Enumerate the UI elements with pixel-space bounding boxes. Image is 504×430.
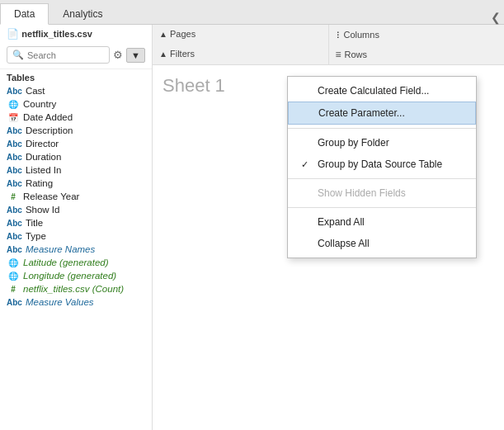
- middle-shelf: ▲ Filters ≡ Rows: [153, 45, 504, 65]
- rows-icon: ≡: [336, 49, 341, 60]
- filter-icon[interactable]: ⚙: [113, 49, 123, 61]
- menu-divider-3: [288, 207, 476, 208]
- field-item-measure-names[interactable]: Abc Measure Names: [0, 243, 152, 256]
- menu-item-create-parameter[interactable]: Create Parameter...: [288, 102, 476, 125]
- field-name: Longitude (generated): [23, 271, 116, 281]
- field-name: Cast: [26, 86, 45, 96]
- menu-divider-1: [288, 128, 476, 129]
- columns-icon: ⫶: [336, 29, 341, 40]
- search-icon: 🔍: [12, 50, 24, 60]
- menu-item-show-hidden: Show Hidden Fields: [288, 182, 476, 204]
- field-list: Abc Cast 🌐 Country 📅 Date Added Abc Desc…: [0, 84, 152, 430]
- field-item-release-year[interactable]: # Release Year: [0, 190, 152, 203]
- abc-icon: Abc: [7, 126, 22, 135]
- field-name: Director: [26, 139, 59, 149]
- abc-icon: Abc: [7, 245, 22, 254]
- filters-panel: ▲ Filters: [153, 45, 329, 64]
- calendar-icon: 📅: [7, 113, 20, 122]
- search-input[interactable]: [27, 50, 104, 60]
- field-item-show-id[interactable]: Abc Show Id: [0, 203, 152, 216]
- abc-icon: Abc: [7, 166, 22, 175]
- field-item-latitude[interactable]: 🌐 Latitude (generated): [0, 256, 152, 269]
- abc-icon: Abc: [7, 298, 22, 307]
- globe-icon: 🌐: [7, 258, 20, 267]
- menu-item-group-by-table[interactable]: ✓ Group by Data Source Table: [288, 154, 476, 175]
- menu-divider-2: [288, 178, 476, 179]
- tab-data[interactable]: Data: [0, 3, 49, 25]
- dropdown-toggle-button[interactable]: ▼: [126, 48, 145, 63]
- abc-icon: Abc: [7, 219, 22, 228]
- field-item-description[interactable]: Abc Description: [0, 124, 152, 137]
- menu-item-create-calculated[interactable]: Create Calculated Field...: [288, 80, 476, 102]
- chevron-up-icon: ▲: [159, 30, 167, 39]
- field-item-listed-in[interactable]: Abc Listed In: [0, 163, 152, 177]
- field-name: netflix_titles.csv (Count): [23, 284, 124, 294]
- abc-icon: Abc: [7, 179, 22, 188]
- field-name: Title: [26, 218, 43, 228]
- abc-icon: Abc: [7, 232, 22, 241]
- field-name: Type: [26, 231, 46, 241]
- field-name: Description: [26, 125, 73, 135]
- abc-icon: Abc: [7, 153, 22, 162]
- sidebar-search-area: 🔍 ⚙ ▼: [0, 41, 152, 69]
- field-name: Show Id: [26, 205, 60, 215]
- field-name: Duration: [26, 152, 61, 162]
- chevron-up-icon: ▲: [159, 50, 167, 59]
- menu-item-collapse-all[interactable]: Collapse All: [288, 233, 476, 254]
- field-name: Listed In: [26, 165, 61, 175]
- hash-icon: #: [7, 192, 20, 201]
- field-name: Country: [23, 99, 56, 109]
- field-name: Measure Names: [26, 244, 95, 254]
- field-item-count[interactable]: # netflix_titles.csv (Count): [0, 282, 152, 295]
- collapse-panel-button[interactable]: ❮: [491, 11, 504, 24]
- sheet-title: Sheet 1: [163, 75, 225, 96]
- hash-icon: #: [7, 285, 20, 294]
- top-shelf: ▲ Pages ⫶ Columns: [153, 25, 504, 45]
- field-name: Date Added: [23, 112, 73, 122]
- globe-icon: 🌐: [7, 272, 20, 281]
- tab-analytics[interactable]: Analytics: [49, 2, 116, 24]
- field-name: Release Year: [23, 191, 79, 201]
- data-sidebar: 📄 netflix_titles.csv 🔍 ⚙ ▼ Tables Abc Ca…: [0, 25, 153, 430]
- globe-icon: 🌐: [7, 100, 20, 109]
- field-item-director[interactable]: Abc Director: [0, 137, 152, 150]
- tab-bar: Data Analytics ❮: [0, 0, 504, 25]
- main-layout: 📄 netflix_titles.csv 🔍 ⚙ ▼ Tables Abc Ca…: [0, 25, 504, 430]
- menu-item-group-by-folder[interactable]: Group by Folder: [288, 132, 476, 154]
- columns-panel: ⫶ Columns: [329, 25, 505, 45]
- field-name: Measure Values: [26, 297, 94, 307]
- field-item-duration[interactable]: Abc Duration: [0, 150, 152, 163]
- workspace: ▲ Pages ⫶ Columns ▲ Filters ≡ Rows S: [153, 25, 504, 430]
- field-item-title[interactable]: Abc Title: [0, 216, 152, 229]
- search-container: 🔍: [7, 46, 110, 64]
- field-item-rating[interactable]: Abc Rating: [0, 177, 152, 190]
- pages-panel: ▲ Pages: [153, 25, 329, 45]
- abc-icon: Abc: [7, 206, 22, 215]
- field-item-country[interactable]: 🌐 Country: [0, 97, 152, 111]
- context-dropdown-menu: Create Calculated Field... Create Parame…: [287, 76, 477, 258]
- field-item-measure-values[interactable]: Abc Measure Values: [0, 295, 152, 309]
- abc-icon: Abc: [7, 139, 22, 149]
- rows-panel: ≡ Rows: [329, 45, 505, 64]
- field-name: Latitude (generated): [23, 258, 109, 267]
- field-item-longitude[interactable]: 🌐 Longitude (generated): [0, 269, 152, 282]
- field-item-type[interactable]: Abc Type: [0, 229, 152, 243]
- datasource-name: 📄 netflix_titles.csv: [0, 25, 152, 41]
- field-item-cast[interactable]: Abc Cast: [0, 84, 152, 97]
- menu-item-expand-all[interactable]: Expand All: [288, 211, 476, 233]
- tables-section-label: Tables: [0, 69, 152, 84]
- abc-icon: Abc: [7, 87, 22, 96]
- field-name: Rating: [26, 178, 53, 188]
- field-item-date-added[interactable]: 📅 Date Added: [0, 111, 152, 124]
